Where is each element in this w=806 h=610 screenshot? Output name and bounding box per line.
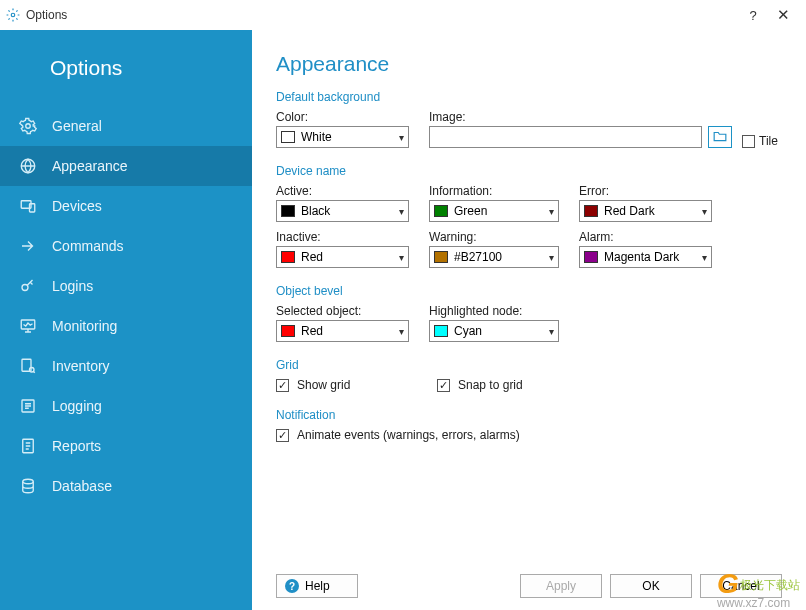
watermark-logo: G: [717, 568, 737, 600]
content-pane: Appearance Default background Color: Whi…: [252, 30, 806, 610]
close-button[interactable]: ✕: [768, 6, 798, 24]
color-swatch: [281, 131, 295, 143]
swatch: [434, 325, 448, 337]
sidebar-item-devices[interactable]: Devices: [0, 186, 252, 226]
swatch: [434, 205, 448, 217]
apply-button[interactable]: Apply: [520, 574, 602, 598]
inactive-combo[interactable]: Red▾: [276, 246, 409, 268]
sidebar-item-label: General: [52, 118, 102, 134]
animate-events-checkbox[interactable]: [276, 429, 289, 442]
sidebar-item-monitoring[interactable]: Monitoring: [0, 306, 252, 346]
ok-button[interactable]: OK: [610, 574, 692, 598]
swatch: [281, 205, 295, 217]
sidebar-item-label: Devices: [52, 198, 102, 214]
sidebar-item-label: Inventory: [52, 358, 110, 374]
chevron-down-icon: ▾: [549, 206, 554, 217]
window-title: Options: [26, 8, 738, 22]
show-grid-checkbox[interactable]: [276, 379, 289, 392]
browse-button[interactable]: [708, 126, 732, 148]
sidebar-item-label: Commands: [52, 238, 124, 254]
titlebar: Options ? ✕: [0, 0, 806, 30]
selected-combo[interactable]: Red▾: [276, 320, 409, 342]
selected-label: Selected object:: [276, 304, 409, 318]
section-object-bevel: Object bevel: [276, 284, 782, 298]
database-icon: [18, 476, 38, 496]
help-button[interactable]: ? Help: [276, 574, 358, 598]
chevron-down-icon: ▾: [549, 252, 554, 263]
help-icon: ?: [285, 579, 299, 593]
color-value: White: [301, 130, 395, 144]
error-value: Red Dark: [604, 204, 698, 218]
error-label: Error:: [579, 184, 712, 198]
tile-label: Tile: [759, 134, 778, 148]
active-label: Active:: [276, 184, 409, 198]
alarm-combo[interactable]: Magenta Dark▾: [579, 246, 712, 268]
globe-icon: [18, 156, 38, 176]
inactive-label: Inactive:: [276, 230, 409, 244]
sidebar-item-logging[interactable]: Logging: [0, 386, 252, 426]
sidebar-item-label: Monitoring: [52, 318, 117, 334]
swatch: [281, 325, 295, 337]
sidebar-item-general[interactable]: General: [0, 106, 252, 146]
image-label: Image:: [429, 110, 778, 124]
section-notification: Notification: [276, 408, 782, 422]
sidebar-item-database[interactable]: Database: [0, 466, 252, 506]
highlighted-combo[interactable]: Cyan▾: [429, 320, 559, 342]
warning-value: #B27100: [454, 250, 545, 264]
highlighted-label: Highlighted node:: [429, 304, 559, 318]
bottom-bar: ? Help Apply OK Cancel: [276, 574, 782, 598]
chevron-down-icon: ▾: [399, 326, 404, 337]
search-doc-icon: [18, 356, 38, 376]
sidebar-item-inventory[interactable]: Inventory: [0, 346, 252, 386]
inactive-value: Red: [301, 250, 395, 264]
sidebar-item-logins[interactable]: Logins: [0, 266, 252, 306]
swatch: [584, 251, 598, 263]
tile-checkbox[interactable]: [742, 135, 755, 148]
color-combo[interactable]: White ▾: [276, 126, 409, 148]
sidebar-item-label: Logging: [52, 398, 102, 414]
folder-icon: [713, 128, 727, 146]
image-input[interactable]: [429, 126, 702, 148]
svg-point-11: [23, 479, 34, 484]
selected-value: Red: [301, 324, 395, 338]
help-label: Help: [305, 579, 330, 593]
swatch: [584, 205, 598, 217]
sidebar-item-label: Logins: [52, 278, 93, 294]
watermark-text-cn: 极光下载站: [740, 578, 800, 592]
list-icon: [18, 396, 38, 416]
active-combo[interactable]: Black▾: [276, 200, 409, 222]
chevron-down-icon: ▾: [399, 132, 404, 143]
information-combo[interactable]: Green▾: [429, 200, 559, 222]
chevron-down-icon: ▾: [399, 206, 404, 217]
warning-combo[interactable]: #B27100▾: [429, 246, 559, 268]
information-label: Information:: [429, 184, 559, 198]
gear-icon: [6, 8, 20, 22]
swatch: [434, 251, 448, 263]
active-value: Black: [301, 204, 395, 218]
section-default-background: Default background: [276, 90, 782, 104]
svg-point-5: [22, 285, 28, 291]
watermark: G 极光下载站 www.xz7.com: [717, 564, 800, 610]
chevron-down-icon: ▾: [399, 252, 404, 263]
sidebar-item-label: Reports: [52, 438, 101, 454]
key-icon: [18, 276, 38, 296]
color-label: Color:: [276, 110, 409, 124]
sidebar-item-reports[interactable]: Reports: [0, 426, 252, 466]
page-title: Appearance: [276, 52, 782, 76]
sidebar-header: Options: [0, 30, 252, 106]
svg-rect-6: [21, 320, 35, 329]
sidebar-item-commands[interactable]: Commands: [0, 226, 252, 266]
show-grid-label: Show grid: [297, 378, 350, 392]
alarm-label: Alarm:: [579, 230, 712, 244]
help-titlebar-button[interactable]: ?: [738, 8, 768, 23]
chevron-down-icon: ▾: [702, 206, 707, 217]
sidebar-item-appearance[interactable]: Appearance: [0, 146, 252, 186]
error-combo[interactable]: Red Dark▾: [579, 200, 712, 222]
snap-grid-label: Snap to grid: [458, 378, 523, 392]
sidebar: Options General Appearance Devices Comma…: [0, 30, 252, 610]
sidebar-item-label: Appearance: [52, 158, 128, 174]
sidebar-item-label: Database: [52, 478, 112, 494]
information-value: Green: [454, 204, 545, 218]
ok-label: OK: [642, 579, 659, 593]
snap-grid-checkbox[interactable]: [437, 379, 450, 392]
